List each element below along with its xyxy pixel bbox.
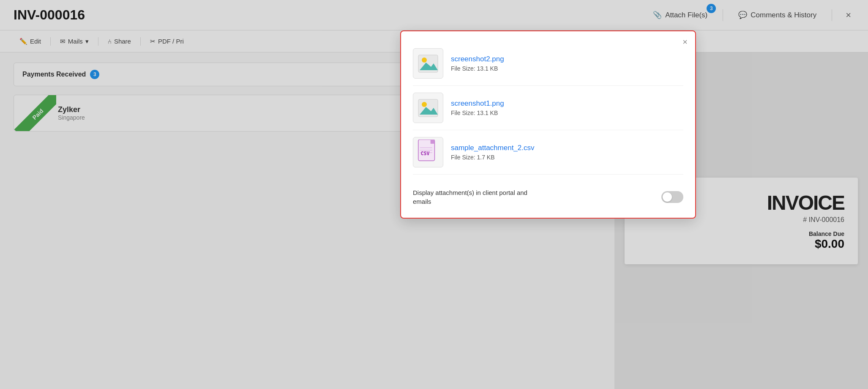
attachments-popup: × screenshot2.png File Size: 13.1 KB: [400, 30, 696, 219]
attachment-info-1: screenshot1.png File Size: 13.1 KB: [451, 99, 683, 116]
attachment-thumbnail-1: [413, 93, 443, 123]
svg-text:CSV: CSV: [421, 151, 430, 156]
svg-point-6: [422, 102, 427, 107]
attachment-item-1: screenshot1.png File Size: 13.1 KB: [413, 86, 683, 130]
attachment-name-1[interactable]: screenshot1.png: [451, 99, 683, 108]
attachment-item-0: screenshot2.png File Size: 13.1 KB: [413, 41, 683, 86]
attachment-info-0: screenshot2.png File Size: 13.1 KB: [451, 55, 683, 72]
svg-point-2: [422, 58, 427, 63]
attachment-name-0[interactable]: screenshot2.png: [451, 55, 683, 63]
display-attachments-label: Display attachment(s) in client portal a…: [413, 188, 527, 206]
attachment-size-1: File Size: 13.1 KB: [451, 110, 683, 116]
image-thumbnail-icon-1: [418, 99, 439, 118]
attachment-thumbnail-2: CSV: [413, 137, 443, 167]
attachment-info-2: sample_attachment_2.csv File Size: 1.7 K…: [451, 144, 683, 161]
display-attachments-toggle-row: Display attachment(s) in client portal a…: [413, 183, 683, 206]
image-thumbnail-icon-0: [418, 54, 439, 73]
csv-thumbnail-icon: CSV: [417, 140, 439, 165]
display-attachments-toggle[interactable]: [661, 191, 683, 203]
popup-close-button[interactable]: ×: [682, 37, 688, 47]
attachment-size-2: File Size: 1.7 KB: [451, 154, 683, 161]
attachment-name-2[interactable]: sample_attachment_2.csv: [451, 144, 683, 152]
svg-rect-10: [431, 140, 435, 144]
attachment-item-2: CSV sample_attachment_2.csv File Size: 1…: [413, 130, 683, 175]
toggle-knob: [663, 192, 672, 202]
attachment-thumbnail-0: [413, 48, 443, 79]
attachment-size-0: File Size: 13.1 KB: [451, 65, 683, 72]
